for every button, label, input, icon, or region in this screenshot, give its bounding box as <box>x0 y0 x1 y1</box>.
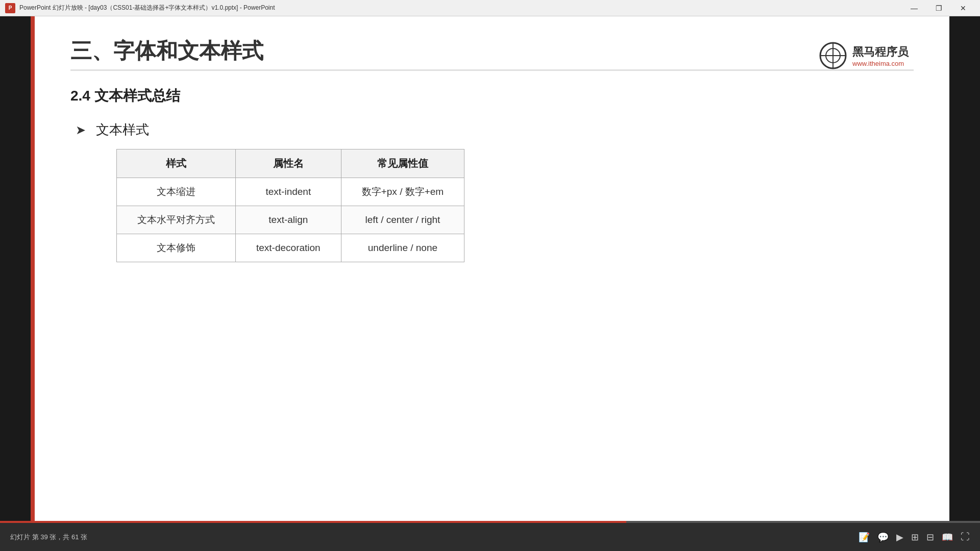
slide-counter: 幻灯片 第 39 张，共 61 张 <box>10 533 87 542</box>
view-reading-icon[interactable]: 📖 <box>942 532 953 543</box>
section-title: 三、字体和文本样式 <box>70 37 919 65</box>
table-row: 文本水平对齐方式text-alignleft / center / right <box>117 206 464 234</box>
window-title: PowerPoint 幻灯片放映 - [day03（CSS01-基础选择器+字体… <box>19 4 902 12</box>
notes-icon[interactable]: 📝 <box>859 532 870 543</box>
bullet-text: 文本样式 <box>96 121 149 139</box>
table-cell-2-0: 文本修饰 <box>117 234 236 262</box>
view-sorter-icon[interactable]: ⊟ <box>926 532 934 543</box>
app-icon: P <box>5 3 15 13</box>
fullscreen-icon[interactable]: ⛶ <box>961 532 970 542</box>
close-button[interactable]: ✕ <box>951 0 975 16</box>
restore-button[interactable]: ❐ <box>927 0 950 16</box>
status-bar: 幻灯片 第 39 张，共 61 张 📝 💬 ▶ ⊞ ⊟ 📖 ⛶ <box>0 523 980 551</box>
col-header-values: 常见属性值 <box>341 149 464 178</box>
col-header-property: 属性名 <box>236 149 341 178</box>
slide-content: 黑马程序员 www.itheima.com 三、字体和文本样式 2.4 文本样式… <box>35 16 949 523</box>
table-cell-0-0: 文本缩进 <box>117 178 236 206</box>
window-controls[interactable]: — ❐ ✕ <box>902 0 975 16</box>
bottom-controls[interactable]: 📝 💬 ▶ ⊞ ⊟ 📖 ⛶ <box>859 532 970 543</box>
table-cell-1-2: left / center / right <box>341 206 464 234</box>
style-table: 样式 属性名 常见属性值 文本缩进text-indent数字+px / 数字+e… <box>116 149 464 262</box>
bullet-arrow-icon: ➤ <box>76 123 86 137</box>
table-cell-2-2: underline / none <box>341 234 464 262</box>
table-cell-0-2: 数字+px / 数字+em <box>341 178 464 206</box>
accent-bar <box>31 16 35 523</box>
view-normal-icon[interactable]: ⊞ <box>911 532 919 543</box>
col-header-style: 样式 <box>117 149 236 178</box>
logo-website: www.itheima.com <box>852 60 909 67</box>
table-cell-1-0: 文本水平对齐方式 <box>117 206 236 234</box>
table-cell-2-1: text-decoration <box>236 234 341 262</box>
table-row: 文本缩进text-indent数字+px / 数字+em <box>117 178 464 206</box>
logo-icon <box>819 42 847 70</box>
subsection-title: 2.4 文本样式总结 <box>70 86 919 106</box>
comments-icon[interactable]: 💬 <box>877 532 889 543</box>
bullet-section: ➤ 文本样式 <box>76 121 919 139</box>
table-cell-0-1: text-indent <box>236 178 341 206</box>
table-cell-1-1: text-align <box>236 206 341 234</box>
play-icon[interactable]: ▶ <box>896 532 903 543</box>
logo-area: 黑马程序员 www.itheima.com <box>819 42 909 70</box>
table-wrapper: 样式 属性名 常见属性值 文本缩进text-indent数字+px / 数字+e… <box>116 149 919 262</box>
table-row: 文本修饰text-decorationunderline / none <box>117 234 464 262</box>
title-bar: P PowerPoint 幻灯片放映 - [day03（CSS01-基础选择器+… <box>0 0 980 16</box>
logo-name: 黑马程序员 <box>852 44 909 60</box>
minimize-button[interactable]: — <box>902 0 926 16</box>
divider-line <box>70 69 914 71</box>
